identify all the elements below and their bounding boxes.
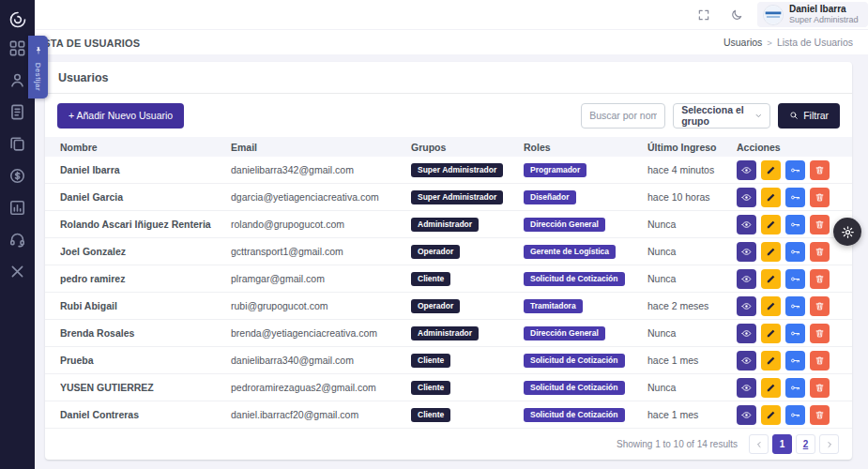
view-button[interactable] <box>737 242 756 262</box>
password-button[interactable] <box>785 215 805 234</box>
sidebar-item-headset[interactable] <box>8 231 26 249</box>
user-name-cell: pedro ramirez <box>60 273 231 284</box>
role-cell: Solicitud de Cotización <box>524 354 647 368</box>
view-button[interactable] <box>737 296 756 316</box>
password-button[interactable] <box>785 160 805 180</box>
edit-button[interactable] <box>761 188 781 207</box>
group-badge: Operador <box>411 299 460 313</box>
pagination-next-button[interactable] <box>819 434 839 454</box>
add-user-button[interactable]: + Añadir Nuevo Usuario <box>57 103 184 129</box>
delete-button[interactable] <box>810 160 830 180</box>
last-login-cell: Nunca <box>647 327 737 339</box>
actions-cell <box>737 351 837 371</box>
delete-button[interactable] <box>810 269 830 289</box>
password-button[interactable] <box>785 242 805 262</box>
chevron-down-icon <box>754 111 763 121</box>
edit-button[interactable] <box>761 215 781 234</box>
delete-button[interactable] <box>810 215 830 234</box>
password-button[interactable] <box>785 269 805 289</box>
edit-button[interactable] <box>761 378 781 398</box>
pin-tab-label: Desfijar <box>34 63 42 91</box>
password-button[interactable] <box>785 351 805 371</box>
edit-button[interactable] <box>761 405 781 425</box>
sidebar-item-pages[interactable] <box>8 135 26 153</box>
role-badge: Dirección General <box>524 326 605 340</box>
fullscreen-button[interactable] <box>692 3 716 27</box>
breadcrumb-usuarios-link[interactable]: Usuarios <box>723 37 762 48</box>
last-login-cell: hace 10 horas <box>647 191 737 203</box>
edit-button[interactable] <box>761 242 781 262</box>
password-button[interactable] <box>785 378 805 398</box>
table-row: Daniel Ibarradanielibarra342@gmail.comSu… <box>45 157 852 184</box>
group-badge: Cliente <box>411 381 450 395</box>
user-email-cell: dgarcia@yetiagenciacreativa.com <box>231 191 411 203</box>
delete-button[interactable] <box>810 324 830 343</box>
settings-fab[interactable] <box>833 218 861 246</box>
toolbar: + Añadir Nuevo Usuario Selecciona el gru… <box>45 94 852 137</box>
page-title: LISTA DE USUARIOS <box>34 38 140 49</box>
password-button[interactable] <box>785 188 805 207</box>
delete-button[interactable] <box>810 188 830 207</box>
user-name: Daniel Ibarra <box>789 4 859 15</box>
trash-icon <box>815 410 825 420</box>
delete-button[interactable] <box>810 405 830 425</box>
view-button[interactable] <box>737 405 756 425</box>
pagination-page-1[interactable]: 1 <box>772 434 792 454</box>
pagination: Showing 1 to 10 of 14 results 12 <box>45 429 852 460</box>
edit-button[interactable] <box>761 324 781 343</box>
table-body: Daniel Ibarradanielibarra342@gmail.comSu… <box>45 157 852 429</box>
role-badge: Dirección General <box>524 218 605 232</box>
view-button[interactable] <box>737 324 756 343</box>
edit-button[interactable] <box>761 269 781 289</box>
sidebar-item-coin[interactable] <box>8 167 26 185</box>
delete-button[interactable] <box>810 378 830 398</box>
password-button[interactable] <box>785 296 805 316</box>
key-icon <box>790 383 800 393</box>
group-badge: Super Administrador <box>411 163 503 177</box>
view-button[interactable] <box>737 188 756 207</box>
dark-mode-button[interactable] <box>724 3 749 27</box>
group-cell: Cliente <box>411 354 524 368</box>
sidebar-pin-tab[interactable]: Desfijar <box>28 36 48 98</box>
actions-cell <box>737 215 837 234</box>
edit-button[interactable] <box>761 296 781 316</box>
group-badge: Administrador <box>411 218 479 232</box>
group-select[interactable]: Selecciona el grupo <box>673 103 770 129</box>
sidebar-item-chart[interactable] <box>8 199 26 217</box>
user-email-cell: brenda@yetiagenciacreativa.com <box>231 327 411 339</box>
password-button[interactable] <box>785 324 805 343</box>
delete-button[interactable] <box>810 242 830 262</box>
pencil-icon <box>766 219 776 230</box>
view-button[interactable] <box>737 351 756 371</box>
view-button[interactable] <box>737 160 756 180</box>
eye-icon <box>741 274 752 284</box>
last-login-cell: Nunca <box>647 246 737 257</box>
sidebar-item-user[interactable] <box>8 71 26 89</box>
sidebar-item-file-text[interactable] <box>8 103 26 121</box>
sidebar-item-grid[interactable] <box>8 39 26 57</box>
last-login-cell: hace 1 mes <box>647 409 737 420</box>
delete-button[interactable] <box>810 351 830 371</box>
sidebar-item-tools[interactable] <box>8 263 26 280</box>
trash-icon <box>815 192 825 203</box>
app-logo[interactable] <box>8 10 27 29</box>
view-button[interactable] <box>737 269 756 289</box>
search-input[interactable] <box>581 103 665 129</box>
edit-button[interactable] <box>761 351 781 371</box>
delete-button[interactable] <box>810 296 830 316</box>
user-menu[interactable]: Daniel Ibarra Super Administrador <box>757 2 868 27</box>
trash-icon <box>815 219 825 230</box>
password-button[interactable] <box>785 405 805 425</box>
role-badge: Solicitud de Cotización <box>524 381 625 395</box>
pagination-page-2[interactable]: 2 <box>796 434 815 454</box>
view-button[interactable] <box>737 378 756 398</box>
col-nombre: Nombre <box>60 142 231 153</box>
filter-button[interactable]: Filtrar <box>778 103 840 129</box>
view-button[interactable] <box>737 215 756 234</box>
role-cell: Solicitud de Cotización <box>524 272 647 286</box>
pagination-prev-button[interactable] <box>749 434 769 454</box>
grid-icon <box>8 39 26 57</box>
edit-button[interactable] <box>761 160 781 180</box>
group-badge: Cliente <box>411 272 450 286</box>
actions-cell <box>737 405 837 425</box>
